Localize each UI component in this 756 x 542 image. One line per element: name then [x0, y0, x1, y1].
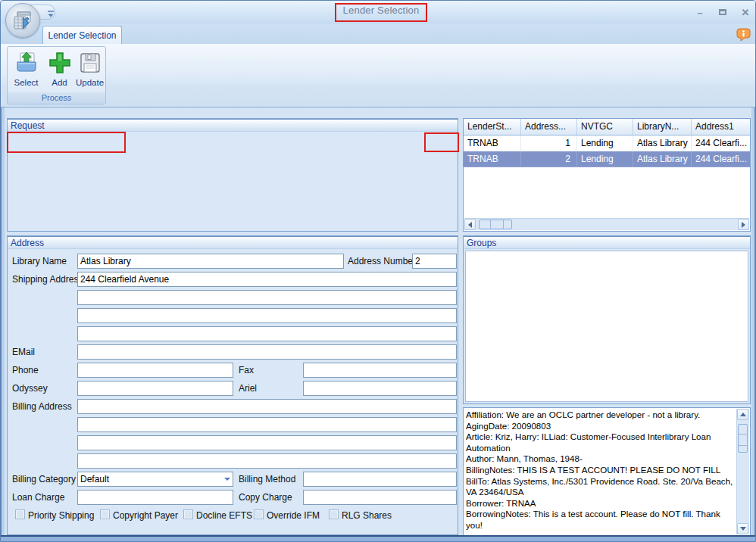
billing-address-label: Billing Address [12, 401, 72, 412]
docline-efts-checkbox[interactable] [183, 509, 193, 519]
fax-input[interactable] [303, 363, 457, 378]
window-frame-bottom [1, 535, 755, 541]
scroll-left-button[interactable] [464, 219, 476, 230]
app-icon [12, 10, 33, 31]
odyssey-input[interactable] [77, 381, 233, 396]
column-header-address1[interactable]: Address1 [692, 119, 750, 135]
column-header-lenderstring[interactable]: LenderSt... [464, 119, 521, 135]
scroll-up-button[interactable] [737, 409, 748, 420]
maximize-icon [719, 9, 726, 15]
grid-row-2-selected[interactable]: TRNAB 2 Lending Atlas Library 244 Clearf… [464, 151, 750, 167]
priority-shipping-label: Priority Shipping [28, 510, 94, 521]
billing-address-input-3[interactable] [77, 435, 457, 450]
combo-dropdown-icon[interactable] [224, 478, 230, 481]
note-line: Article: Kriz, Harry: ILLiad: Customer-F… [466, 431, 736, 453]
ariel-input[interactable] [303, 381, 457, 396]
scroll-right-icon [742, 222, 745, 228]
loan-charge-input[interactable] [77, 490, 233, 505]
billing-address-input-2[interactable] [77, 417, 457, 432]
phone-label: Phone [12, 365, 39, 375]
shipping-address-input-3[interactable] [77, 308, 457, 323]
cell-nvtgc: Lending [577, 136, 633, 151]
rlg-shares-label: RLG Shares [342, 510, 392, 521]
copy-charge-label: Copy Charge [239, 492, 292, 503]
address-panel-header: Address [8, 236, 458, 249]
cell-nvtgc: Lending [577, 151, 633, 167]
copy-charge-input[interactable] [303, 490, 457, 505]
email-label: EMail [12, 347, 35, 357]
scroll-thumb[interactable] [479, 220, 512, 229]
scroll-right-button[interactable] [738, 219, 749, 230]
ribbon-group-process: Select Add Update Process [7, 46, 106, 104]
column-header-nvtgc[interactable]: NVTGC [577, 119, 633, 135]
library-name-label: Library Name [12, 256, 67, 266]
update-button[interactable]: Update [74, 48, 105, 92]
window-frame-left [1, 107, 5, 541]
ribbon-tab-strip: Lender Selection [1, 23, 756, 44]
billing-category-label: Billing Category [12, 474, 76, 484]
shipping-address-input-1[interactable]: 244 Clearfield Avenue [77, 272, 457, 287]
update-icon [78, 51, 102, 75]
cell-lender: TRNAB [464, 151, 521, 167]
tab-label: Lender Selection [48, 30, 116, 41]
shipping-address-input-4[interactable] [77, 326, 457, 341]
maximize-button[interactable] [716, 6, 729, 18]
quick-access-dropdown-icon[interactable] [46, 8, 55, 17]
scroll-thumb[interactable] [738, 424, 748, 453]
note-line: CopyrightCompliance: CCL [466, 531, 736, 534]
lender-selection-window: Lender Selection – ✕ Lender Selection [0, 0, 756, 542]
minimize-button[interactable]: – [693, 6, 707, 18]
tab-lender-selection[interactable]: Lender Selection [42, 26, 122, 44]
billing-address-input-1[interactable] [77, 399, 457, 414]
scroll-down-button[interactable] [737, 523, 748, 534]
process-group-label: Process [8, 92, 105, 104]
email-input[interactable] [77, 344, 457, 360]
phone-input[interactable] [77, 363, 233, 378]
add-button-label: Add [52, 78, 67, 87]
select-icon [14, 51, 39, 75]
odyssey-label: Odyssey [12, 383, 48, 394]
ariel-label: Ariel [239, 383, 257, 394]
rlg-shares-checkbox[interactable] [329, 509, 339, 519]
add-icon [48, 51, 72, 75]
scroll-up-icon [740, 413, 746, 416]
application-menu-button[interactable] [5, 3, 40, 38]
cell-library: Atlas Library [633, 151, 692, 167]
ribbon: Select Add Update Process [1, 44, 756, 107]
note-line: BorrowingNotes: This is a test account. … [466, 509, 736, 531]
billing-method-input[interactable] [303, 472, 457, 487]
add-button[interactable]: Add [44, 48, 75, 92]
groups-panel: Groups [463, 235, 751, 404]
priority-shipping-checkbox[interactable] [15, 509, 25, 519]
help-button[interactable] [736, 28, 751, 42]
cell-address1: 244 Clearfi... [692, 151, 750, 167]
loan-charge-label: Loan Charge [12, 492, 64, 503]
grid-header-row: LenderSt... Address... NVTGC LibraryN...… [464, 119, 750, 136]
lender-notes-box: Affiliation: We are an OCLC partner deve… [463, 407, 751, 536]
column-header-addressnumber[interactable]: Address... [521, 119, 577, 135]
close-button[interactable]: ✕ [739, 6, 752, 18]
cell-address-number: 2 [521, 151, 577, 167]
window-frame-right [751, 107, 755, 541]
library-name-input[interactable]: Atlas Library [77, 254, 344, 269]
lender-notes-text[interactable]: Affiliation: We are an OCLC partner deve… [466, 410, 736, 534]
address-number-label: Address Number [348, 256, 416, 266]
groups-list[interactable] [465, 251, 748, 402]
copyright-payer-checkbox[interactable] [100, 509, 110, 519]
select-button-label: Select [14, 78, 39, 87]
cell-address-number: 1 [521, 136, 577, 151]
shipping-address-input-2[interactable] [77, 290, 457, 305]
update-button-label: Update [76, 78, 104, 87]
billing-address-input-4[interactable] [77, 453, 457, 469]
cell-address1: 244 Clearfi... [692, 136, 750, 151]
billing-method-label: Billing Method [239, 474, 295, 484]
grid-row-1[interactable]: TRNAB 1 Lending Atlas Library 244 Clearf… [464, 136, 750, 151]
request-panel: Request Symbol TRNAB Ship To Bill To EMa… [7, 118, 458, 232]
billing-category-combo[interactable]: Default [77, 472, 233, 487]
copyright-payer-label: Copyright Payer [113, 510, 178, 521]
column-header-libraryname[interactable]: LibraryN... [633, 119, 692, 135]
cell-lender: TRNAB [464, 136, 521, 151]
address-number-input[interactable]: 2 [412, 254, 457, 269]
override-ifm-checkbox[interactable] [254, 509, 264, 519]
select-button[interactable]: Select [11, 48, 42, 92]
